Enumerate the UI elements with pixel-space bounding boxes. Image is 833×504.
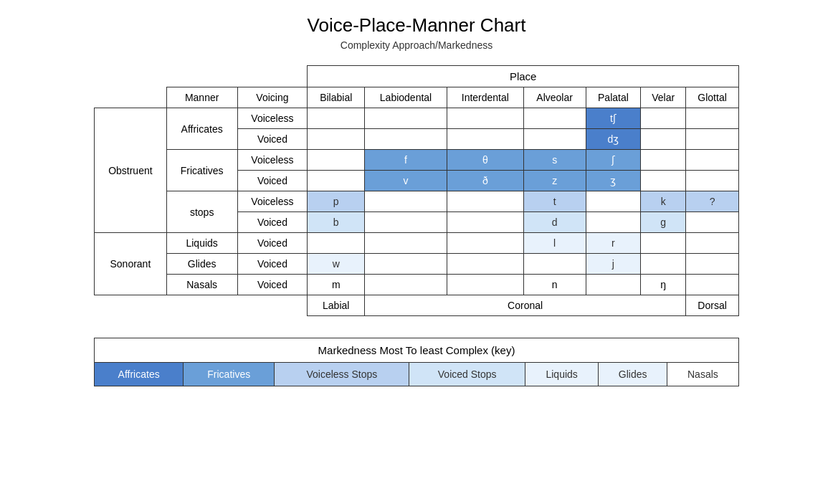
cell (523, 108, 586, 129)
cell (365, 275, 447, 295)
cell (641, 108, 686, 129)
empty-cell-2 (166, 66, 237, 87)
cell (641, 150, 686, 171)
table-row: Obstruent Affricates Voiceless tʃ (95, 108, 739, 129)
cell (365, 191, 447, 212)
voicing-voiced: Voiced (237, 171, 308, 191)
voicing-voiceless: Voiceless (237, 191, 308, 212)
manner-affricates: Affricates (166, 108, 237, 150)
legend-affricates: Affricates (95, 363, 184, 386)
cell (447, 108, 523, 129)
cell (686, 212, 739, 233)
cell (308, 171, 365, 191)
bottom-dorsal: Dorsal (686, 295, 739, 316)
table-row: Glides Voiced w j (95, 254, 739, 275)
voicing-voiced: Voiced (237, 275, 308, 295)
empty-cell (95, 295, 167, 316)
cell-r: r (586, 233, 641, 254)
cell (308, 233, 365, 254)
legend-liquids: Liquids (525, 363, 599, 386)
legend-header: Markedness Most To least Complex (key) (95, 338, 739, 363)
cell (447, 254, 523, 275)
cell (365, 254, 447, 275)
cell (641, 171, 686, 191)
cell-g: g (641, 212, 686, 233)
cell-sh: ʃ (586, 150, 641, 171)
cell (308, 150, 365, 171)
manner-glides: Glides (166, 254, 237, 275)
voicing-voiced: Voiced (237, 233, 308, 254)
cell-eng: ŋ (641, 275, 686, 295)
cell-t: t (523, 191, 586, 212)
table-row: Nasals Voiced m n ŋ (95, 275, 739, 295)
bottom-coronal: Coronal (365, 295, 686, 316)
cell (586, 191, 641, 212)
cell-p: p (308, 191, 365, 212)
empty-cell-3 (237, 66, 308, 87)
table-row: Fricatives Voiceless f θ s ʃ (95, 150, 739, 171)
bottom-labial: Labial (308, 295, 365, 316)
cell-dzh: dʒ (586, 129, 641, 150)
group-sonorant: Sonorant (95, 233, 167, 295)
manner-liquids: Liquids (166, 233, 237, 254)
voicing-voiced: Voiced (237, 254, 308, 275)
cell (308, 129, 365, 150)
cell-ezh: ʒ (586, 171, 641, 191)
cell-d: d (523, 212, 586, 233)
table-row: stops Voiceless p t k ? (95, 191, 739, 212)
cell (365, 108, 447, 129)
empty-cell (237, 295, 308, 316)
col-velar: Velar (641, 87, 686, 108)
col-glottal: Glottal (686, 87, 739, 108)
cell-theta: θ (447, 150, 523, 171)
table-row: Sonorant Liquids Voiced l r (95, 233, 739, 254)
cell (641, 254, 686, 275)
manner-nasals: Nasals (166, 275, 237, 295)
cell (641, 129, 686, 150)
empty-cell (166, 295, 237, 316)
voicing-voiceless: Voiceless (237, 150, 308, 171)
cell (447, 233, 523, 254)
voicing-header: Voicing (237, 87, 308, 108)
col-interdental: Interdental (447, 87, 523, 108)
cell-b: b (308, 212, 365, 233)
page-subtitle: Complexity Approach/Markedness (341, 39, 492, 51)
cell (686, 150, 739, 171)
manner-stops: stops (166, 191, 237, 233)
cell (365, 212, 447, 233)
cell (447, 275, 523, 295)
voicing-voiceless: Voiceless (237, 108, 308, 129)
manner-fricatives: Fricatives (166, 150, 237, 191)
cell-k: k (641, 191, 686, 212)
cell (523, 254, 586, 275)
empty-cell-4 (95, 87, 167, 108)
legend-voiced-stops: Voiced Stops (409, 363, 525, 386)
cell (447, 129, 523, 150)
col-alveolar: Alveolar (523, 87, 586, 108)
legend-fricatives: Fricatives (184, 363, 275, 386)
cell-z: z (523, 171, 586, 191)
cell-tsh: tʃ (586, 108, 641, 129)
cell-glottal-stop: ? (686, 191, 739, 212)
manner-header: Manner (166, 87, 237, 108)
col-labiodental: Labiodental (365, 87, 447, 108)
legend-voiceless-stops: Voiceless Stops (275, 363, 409, 386)
cell-v: v (365, 171, 447, 191)
col-palatal: Palatal (586, 87, 641, 108)
cell-j: j (586, 254, 641, 275)
voicing-voiced: Voiced (237, 212, 308, 233)
legend-nasals: Nasals (667, 363, 738, 386)
main-table-container: Place Manner Voicing Bilabial Labiodenta… (94, 65, 739, 316)
voicing-voiced: Voiced (237, 129, 308, 150)
cell (447, 212, 523, 233)
cell-m: m (308, 275, 365, 295)
cell (365, 129, 447, 150)
legend-container: Markedness Most To least Complex (key) A… (94, 338, 739, 386)
empty-cell-1 (95, 66, 167, 87)
cell (308, 108, 365, 129)
cell-n: n (523, 275, 586, 295)
cell (586, 212, 641, 233)
legend-table: Markedness Most To least Complex (key) A… (94, 338, 739, 386)
cell (686, 233, 739, 254)
cell (523, 129, 586, 150)
